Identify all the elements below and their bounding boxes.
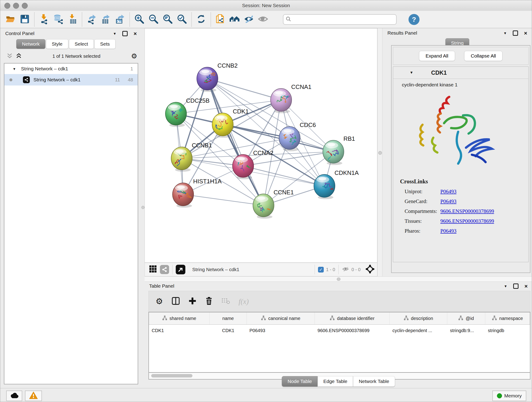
network-node-ccna2[interactable]	[233, 154, 254, 177]
selected-items-checkbox[interactable]: ✓	[318, 267, 324, 273]
tab-network[interactable]: Network	[16, 39, 45, 49]
tab-sets[interactable]: Sets	[94, 39, 115, 49]
cloud-status-button[interactable]	[6, 390, 22, 401]
tab-select[interactable]: Select	[69, 39, 94, 49]
network-node-ccna1[interactable]	[271, 89, 292, 111]
crosslink-value-link[interactable]: 9606.ENSP00000378699	[440, 218, 494, 224]
clone-network-button[interactable]	[213, 12, 228, 27]
network-edge[interactable]	[207, 79, 281, 100]
refresh-view-button[interactable]	[194, 12, 208, 27]
results-panel-menu-button[interactable]: ▼	[503, 31, 507, 35]
collection-expander-icon[interactable]: ▼	[13, 67, 16, 71]
control-panel-float-button[interactable]	[122, 31, 128, 36]
first-neighbors-button[interactable]	[228, 12, 242, 27]
crosslink-value-link[interactable]: P06493	[440, 198, 456, 204]
crosslink-value-link[interactable]: P06493	[440, 189, 456, 195]
network-node-cdkn1a[interactable]	[314, 174, 335, 197]
birds-eye-view-icon[interactable]	[366, 265, 374, 274]
column-header-@id[interactable]: @id	[447, 313, 485, 324]
network-node-cdc6[interactable]	[279, 127, 300, 149]
network-node-cdk1[interactable]	[212, 113, 233, 136]
column-header-shared-name[interactable]: shared name	[149, 313, 210, 324]
table-row[interactable]: CDK1CDK1P064939606.ENSP00000378699cyclin…	[149, 325, 530, 336]
network-canvas[interactable]: CCNB2CCNA1CDC25BCDK1CDC6RB1CCNB1CCNA2CDK…	[145, 28, 377, 263]
zoom-selected-button[interactable]	[175, 12, 189, 27]
network-share-view-icon[interactable]	[160, 265, 169, 274]
tab-network-table[interactable]: Network Table	[353, 376, 395, 387]
add-column-icon[interactable]	[189, 297, 196, 306]
collapse-all-networks-icon[interactable]	[7, 53, 13, 60]
export-network-button[interactable]	[85, 12, 99, 27]
save-session-button[interactable]	[18, 12, 32, 27]
import-table-file-button[interactable]	[65, 12, 80, 27]
grid-view-icon[interactable]	[149, 265, 157, 274]
network-graph[interactable]: CCNB2CCNA1CDC25BCDK1CDC6RB1CCNB1CCNA2CDK…	[145, 28, 377, 262]
table-panel-menu-button[interactable]: ▼	[504, 284, 507, 288]
zoom-fit-button[interactable]	[161, 12, 175, 27]
expand-all-networks-icon[interactable]	[16, 53, 22, 60]
main-toolbar: ?	[0, 11, 532, 28]
network-options-gear-icon[interactable]: ⚙	[131, 53, 137, 60]
import-network-database-button[interactable]	[51, 12, 65, 27]
crosslink-value-link[interactable]: 9606.ENSP00000378699	[440, 208, 494, 214]
network-row-selected[interactable]: String Network – cdk1 11 48	[4, 74, 138, 85]
table-cell[interactable]: stringdb	[485, 325, 530, 336]
table-cell[interactable]: cyclin-dependent ...	[390, 325, 447, 336]
table-cell[interactable]: 9606.ENSP00000378699	[315, 325, 390, 336]
table-panel-float-button[interactable]	[513, 283, 519, 289]
left-splitter[interactable]	[142, 28, 145, 388]
results-panel-float-button[interactable]	[513, 31, 518, 36]
network-node-rb1[interactable]	[323, 140, 344, 163]
crosslink-value-link[interactable]: P06493	[440, 228, 456, 234]
network-collection-row[interactable]: ▼ String Network – cdk1 1	[4, 64, 138, 74]
column-header-database-identifier[interactable]: database identifier	[315, 313, 390, 324]
delete-column-icon[interactable]	[205, 297, 213, 306]
warning-status-button[interactable]	[25, 390, 42, 401]
memory-button[interactable]: Memory	[492, 390, 526, 401]
table-options-gear-icon[interactable]: ⚙	[156, 298, 163, 305]
zoom-out-button[interactable]	[146, 12, 161, 27]
detach-view-icon[interactable]	[176, 265, 185, 274]
export-table-button[interactable]	[99, 12, 113, 27]
search-input[interactable]	[293, 17, 394, 22]
open-session-button[interactable]	[3, 12, 18, 27]
import-network-file-button[interactable]	[37, 12, 51, 27]
shared-column-icon	[404, 315, 409, 322]
node-details-header[interactable]: ▼ CDK1	[393, 67, 528, 79]
export-image-button[interactable]	[113, 12, 127, 27]
table-cell[interactable]: P06493	[247, 325, 315, 336]
column-header-description[interactable]: description	[390, 313, 447, 324]
network-edge[interactable]	[183, 194, 264, 205]
tab-edge-table[interactable]: Edge Table	[317, 376, 353, 387]
network-node-ccnb2[interactable]	[197, 67, 218, 90]
network-node-cdc25b[interactable]	[165, 102, 186, 125]
control-panel-menu-button[interactable]: ▼	[113, 32, 116, 36]
tab-node-table[interactable]: Node Table	[282, 376, 317, 387]
right-splitter[interactable]	[377, 28, 382, 276]
network-node-ccnb1[interactable]	[171, 147, 192, 170]
toolbar-separator	[82, 12, 82, 27]
table-panel-close-button[interactable]: ×	[525, 284, 528, 288]
column-header-namespace[interactable]: namespace	[485, 313, 530, 324]
help-button[interactable]: ?	[409, 14, 419, 25]
network-node-ccne1[interactable]	[253, 194, 274, 217]
hidden-items-eye-icon[interactable]	[342, 265, 349, 274]
show-columns-icon[interactable]	[172, 297, 180, 306]
show-graphics-details-button[interactable]	[256, 12, 270, 27]
table-cell[interactable]: CDK1	[210, 325, 247, 336]
horizontal-splitter[interactable]	[145, 276, 532, 282]
table-cell[interactable]: CDK1	[149, 325, 210, 336]
control-panel-close-button[interactable]: ×	[133, 32, 137, 36]
network-edge[interactable]	[207, 79, 264, 205]
results-panel-close-button[interactable]: ×	[524, 31, 527, 35]
tab-style[interactable]: Style	[46, 39, 68, 49]
hide-graphics-details-button[interactable]	[242, 12, 256, 27]
section-expander-icon[interactable]: ▼	[410, 70, 413, 75]
column-header-name[interactable]: name	[210, 313, 247, 324]
column-header-canonical-name[interactable]: canonical name	[247, 313, 315, 324]
expand-all-button[interactable]: Expand All	[419, 51, 455, 61]
zoom-in-button[interactable]	[132, 12, 146, 27]
collapse-all-button[interactable]: Collapse All	[464, 51, 503, 61]
table-cell[interactable]: stringdb:9...	[447, 325, 485, 336]
network-node-hist1h1a[interactable]	[172, 183, 194, 206]
